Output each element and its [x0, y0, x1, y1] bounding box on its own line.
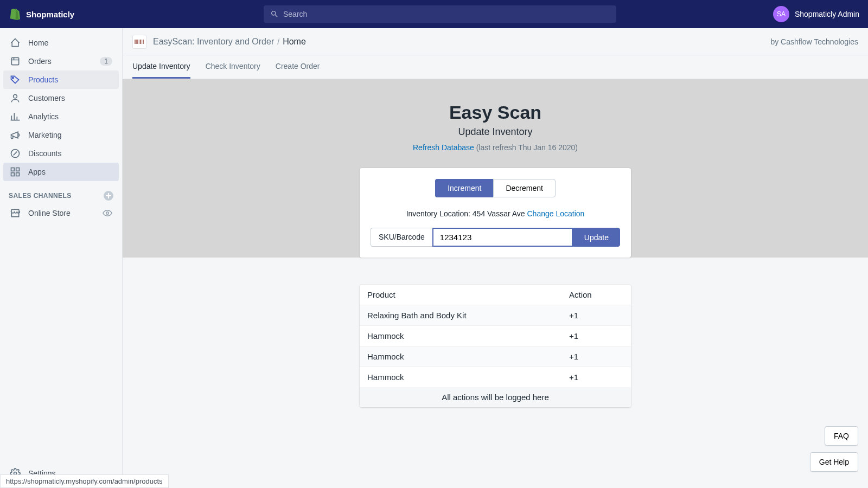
search-icon [270, 10, 279, 18]
svg-rect-10 [135, 40, 136, 44]
sidebar-item-orders[interactable]: Orders1 [3, 52, 119, 70]
crumb-app[interactable]: EasyScan: Inventory and Order [153, 37, 274, 47]
svg-rect-7 [16, 173, 20, 176]
sku-label: SKU/Barcode [371, 228, 432, 247]
breadcrumb: EasyScan: Inventory and Order / Home by … [123, 28, 868, 55]
svg-rect-5 [16, 168, 20, 171]
sidebar-item-label: Customers [28, 94, 112, 102]
action-log-card: Product Action Relaxing Bath and Body Ki… [360, 285, 631, 407]
get-help-button[interactable]: Get Help [810, 452, 858, 472]
nav-badge: 1 [100, 57, 112, 66]
topbar: Shopmaticly SA Shopmaticly Admin [0, 0, 868, 28]
tag-icon [10, 74, 21, 85]
sidebar: HomeOrders1ProductsCustomersAnalyticsMar… [0, 28, 123, 488]
svg-rect-12 [137, 40, 138, 44]
avatar: SA [773, 6, 789, 22]
shopify-logo-icon [9, 8, 21, 21]
increment-button[interactable]: Increment [435, 179, 493, 197]
location-value: 454 Vassar Ave [473, 209, 527, 218]
bars-icon [10, 111, 21, 122]
help-buttons: FAQ Get Help [810, 426, 858, 472]
tab-update-inventory[interactable]: Update Inventory [132, 55, 190, 79]
page-subtitle: Update Inventory [123, 126, 868, 138]
refresh-line: Refresh Database (last refresh Thu Jan 1… [123, 143, 868, 152]
search-box[interactable] [264, 5, 616, 23]
crumb-byline: by Cashflow Technologies [770, 37, 858, 46]
status-url: https://shopmaticly.myshopify.com/admin/… [0, 474, 169, 488]
svg-point-1 [12, 77, 14, 79]
crumb-page: Home [283, 37, 306, 47]
sku-input[interactable] [432, 228, 573, 247]
sidebar-item-customers[interactable]: Customers [3, 89, 119, 107]
svg-rect-11 [136, 40, 137, 44]
svg-rect-14 [140, 40, 141, 44]
sidebar-item-label: Orders [28, 57, 92, 66]
table-row: Hammock+1 [360, 367, 631, 387]
app-thumb-icon [132, 35, 146, 49]
sku-input-row: SKU/Barcode Update [371, 228, 620, 247]
sales-channels-label: SALES CHANNELS [9, 192, 72, 200]
sidebar-item-apps[interactable]: Apps [3, 163, 119, 181]
decrement-button[interactable]: Decrement [493, 179, 555, 197]
scan-card: Increment Decrement Inventory Location: … [360, 168, 631, 258]
faq-button[interactable]: FAQ [825, 426, 858, 446]
refresh-database-link[interactable]: Refresh Database [413, 143, 474, 152]
home-icon [10, 37, 21, 48]
sidebar-item-products[interactable]: Products [3, 70, 119, 89]
table-row: Hammock+1 [360, 346, 631, 367]
refresh-meta: (last refresh Thu Jan 16 2020) [476, 143, 578, 152]
cell-action: +1 [569, 352, 623, 361]
svg-point-8 [106, 212, 109, 215]
svg-rect-13 [139, 40, 139, 44]
hero-area: Easy Scan Update Inventory Refresh Datab… [123, 79, 868, 258]
sidebar-item-label: Discounts [28, 149, 112, 158]
search-wrap [264, 5, 616, 23]
store-icon [10, 208, 21, 219]
svg-point-2 [14, 94, 17, 98]
change-location-link[interactable]: Change Location [527, 209, 584, 218]
sales-channels-header: SALES CHANNELS [0, 181, 122, 204]
cell-action: +1 [569, 331, 623, 341]
location-label: Inventory Location: [406, 209, 473, 218]
channel-item-online-store[interactable]: Online Store [3, 204, 119, 222]
eye-icon[interactable] [103, 208, 112, 218]
svg-rect-6 [11, 173, 15, 176]
sidebar-item-label: Apps [28, 168, 112, 176]
svg-rect-15 [142, 40, 142, 44]
page-title: Easy Scan [123, 102, 868, 123]
admin-name: Shopmaticly Admin [795, 10, 859, 18]
update-button[interactable]: Update [573, 228, 620, 247]
cell-product: Hammock [367, 352, 569, 361]
apps-icon [10, 166, 21, 177]
tab-create-order[interactable]: Create Order [276, 55, 320, 79]
cell-action: +1 [569, 311, 623, 320]
cell-product: Hammock [367, 331, 569, 341]
search-input[interactable] [283, 10, 610, 18]
inventory-location: Inventory Location: 454 Vassar Ave Chang… [371, 209, 620, 218]
col-product: Product [367, 290, 569, 299]
sidebar-item-label: Analytics [28, 112, 112, 121]
cell-product: Hammock [367, 373, 569, 382]
table-header: Product Action [360, 285, 631, 305]
svg-rect-0 [11, 57, 18, 65]
sidebar-item-home[interactable]: Home [3, 34, 119, 52]
table-row: Relaxing Bath and Body Kit+1 [360, 305, 631, 325]
sidebar-item-label: Marketing [28, 131, 112, 139]
brand-name: Shopmaticly [26, 10, 74, 19]
sidebar-item-discounts[interactable]: Discounts [3, 144, 119, 163]
sidebar-item-marketing[interactable]: Marketing [3, 126, 119, 144]
sidebar-item-analytics[interactable]: Analytics [3, 107, 119, 126]
tab-check-inventory[interactable]: Check Inventory [206, 55, 260, 79]
sidebar-item-label: Products [28, 75, 112, 84]
discount-icon [10, 148, 21, 159]
svg-rect-4 [11, 168, 15, 171]
svg-rect-16 [143, 40, 144, 44]
brand[interactable]: Shopmaticly [9, 8, 123, 21]
table-row: Hammock+1 [360, 325, 631, 346]
account-menu[interactable]: SA Shopmaticly Admin [773, 6, 859, 22]
tabs: Update InventoryCheck InventoryCreate Or… [123, 55, 868, 79]
channel-label: Online Store [28, 209, 95, 217]
add-channel-button[interactable] [104, 191, 113, 201]
increment-decrement-toggle: Increment Decrement [371, 179, 620, 197]
cell-product: Relaxing Bath and Body Kit [367, 311, 569, 320]
